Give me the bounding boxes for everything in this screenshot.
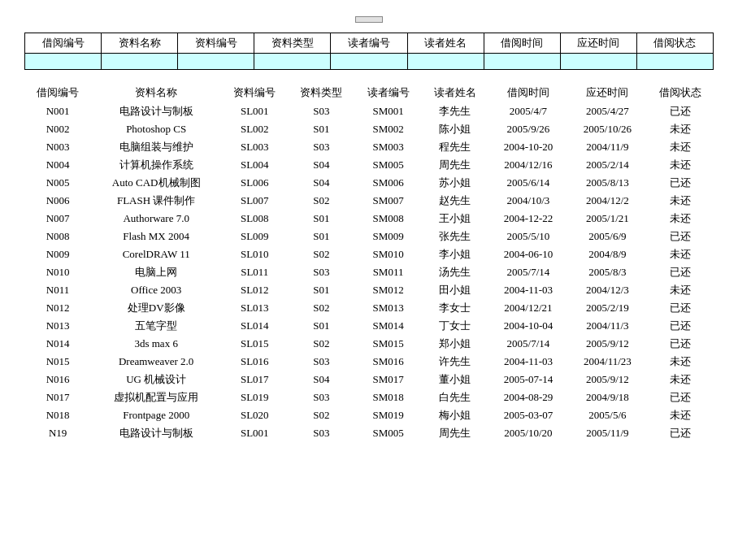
table-row: N013五笔字型SL014S01SM014丁女士2004-10-042004/1… <box>24 317 714 335</box>
cell-3-2: SL004 <box>221 156 288 174</box>
cell-17-2: SL020 <box>221 406 288 424</box>
cell-9-0: N010 <box>24 263 91 281</box>
header-col-1: 资料名称 <box>102 33 178 54</box>
cell-12-3: S01 <box>288 317 354 335</box>
data-col-header-1: 资料名称 <box>91 83 221 102</box>
cell-14-3: S03 <box>288 353 354 371</box>
cell-14-0: N015 <box>24 353 91 371</box>
cell-2-2: SL003 <box>221 138 288 156</box>
cell-7-3: S01 <box>288 228 354 245</box>
cell-7-6: 2005/5/10 <box>488 228 568 245</box>
cell-0-7: 2005/4/27 <box>568 102 647 120</box>
cell-12-0: N013 <box>24 317 91 335</box>
cell-14-8: 未还 <box>647 353 714 371</box>
cell-3-5: 周先生 <box>422 156 488 174</box>
cell-1-3: S01 <box>288 120 354 138</box>
cell-4-0: N005 <box>24 174 91 192</box>
cell-6-6: 2004-12-22 <box>488 210 568 228</box>
cell-4-3: S04 <box>288 174 354 192</box>
filter-cell-6[interactable] <box>484 54 560 70</box>
header-col-5: 读者姓名 <box>407 33 484 54</box>
cell-9-7: 2005/8/3 <box>568 263 647 281</box>
table-row: N001电路设计与制板SL001S03SM001李先生2005/4/72005/… <box>24 102 714 120</box>
table-row: N006FLASH 课件制作SL007S02SM007赵先生2004/10/32… <box>24 192 714 210</box>
cell-15-5: 董小姐 <box>422 371 488 389</box>
cell-16-8: 已还 <box>647 389 714 406</box>
table-row: N003电脑组装与维护SL003S03SM003程先生2004-10-20200… <box>24 138 714 156</box>
cell-1-7: 2005/10/26 <box>568 120 647 138</box>
cell-17-4: SM019 <box>354 406 421 424</box>
cell-15-7: 2005/9/12 <box>568 371 647 389</box>
cell-10-6: 2004-11-03 <box>488 281 568 299</box>
cell-6-1: Authorware 7.0 <box>91 210 221 228</box>
filter-cell-4[interactable] <box>331 54 407 70</box>
cell-12-7: 2004/11/3 <box>568 317 647 335</box>
cell-3-7: 2005/2/14 <box>568 156 647 174</box>
table-row: N002Photoshop CSSL002S01SM002陈小姐2005/9/2… <box>24 120 714 138</box>
cell-0-5: 李先生 <box>422 102 488 120</box>
cell-5-7: 2004/12/2 <box>568 192 647 210</box>
cell-3-3: S04 <box>288 156 354 174</box>
cell-5-1: FLASH 课件制作 <box>91 192 221 210</box>
cell-4-4: SM006 <box>354 174 421 192</box>
cell-8-1: CorelDRAW 11 <box>91 245 221 263</box>
filter-cell-2[interactable] <box>178 54 254 70</box>
cell-13-7: 2005/9/12 <box>568 335 647 353</box>
cell-11-1: 处理DV影像 <box>91 299 221 317</box>
cell-12-2: SL014 <box>221 317 288 335</box>
calc-btn-row <box>24 16 714 23</box>
cell-13-3: S02 <box>288 335 354 353</box>
cell-6-3: S01 <box>288 210 354 228</box>
filter-cell-7[interactable] <box>560 54 636 70</box>
cell-3-8: 未还 <box>647 156 714 174</box>
cell-14-1: Dreamweaver 2.0 <box>91 353 221 371</box>
cell-0-8: 已还 <box>647 102 714 120</box>
cell-14-4: SM016 <box>354 353 421 371</box>
cell-11-6: 2004/12/21 <box>488 299 568 317</box>
cell-11-8: 已还 <box>647 299 714 317</box>
calc-btn[interactable] <box>355 16 383 23</box>
data-col-header-5: 读者姓名 <box>422 83 488 102</box>
cell-18-8: 已还 <box>647 424 714 442</box>
cell-2-4: SM003 <box>354 138 421 156</box>
cell-1-0: N002 <box>24 120 91 138</box>
cell-18-2: SL001 <box>221 424 288 442</box>
filter-cell-1[interactable] <box>102 54 178 70</box>
cell-16-1: 虚拟机配置与应用 <box>91 389 221 406</box>
cell-5-2: SL007 <box>221 192 288 210</box>
cell-10-1: Office 2003 <box>91 281 221 299</box>
cell-16-7: 2004/9/18 <box>568 389 647 406</box>
cell-3-0: N004 <box>24 156 91 174</box>
filter-cell-8[interactable] <box>636 54 713 70</box>
cell-18-0: N19 <box>24 424 91 442</box>
cell-9-2: SL011 <box>221 263 288 281</box>
filter-row <box>25 54 714 70</box>
table-row: N012处理DV影像SL013S02SM013李女士2004/12/212005… <box>24 299 714 317</box>
cell-4-5: 苏小姐 <box>422 174 488 192</box>
cell-13-6: 2005/7/14 <box>488 335 568 353</box>
table-row: N011Office 2003SL012S01SM012田小姐2004-11-0… <box>24 281 714 299</box>
cell-10-7: 2004/12/3 <box>568 281 647 299</box>
header-col-8: 借阅状态 <box>636 33 713 54</box>
cell-14-7: 2004/11/23 <box>568 353 647 371</box>
cell-10-3: S01 <box>288 281 354 299</box>
filter-cell-5[interactable] <box>407 54 484 70</box>
cell-10-2: SL012 <box>221 281 288 299</box>
cell-13-1: 3ds max 6 <box>91 335 221 353</box>
data-col-header-7: 应还时间 <box>568 83 647 102</box>
table-row: N005Auto CAD机械制图SL006S04SM006苏小姐2005/6/1… <box>24 174 714 192</box>
cell-1-6: 2005/9/26 <box>488 120 568 138</box>
cell-5-3: S02 <box>288 192 354 210</box>
filter-cell-3[interactable] <box>254 54 331 70</box>
cell-9-5: 汤先生 <box>422 263 488 281</box>
cell-12-4: SM014 <box>354 317 421 335</box>
cell-15-1: UG 机械设计 <box>91 371 221 389</box>
cell-9-4: SM011 <box>354 263 421 281</box>
cell-10-5: 田小姐 <box>422 281 488 299</box>
cell-16-2: SL019 <box>221 389 288 406</box>
filter-cell-0[interactable] <box>25 54 102 70</box>
cell-3-1: 计算机操作系统 <box>91 156 221 174</box>
table-row: N008Flash MX 2004SL009S01SM009张先生2005/5/… <box>24 228 714 245</box>
cell-7-5: 张先生 <box>422 228 488 245</box>
cell-4-7: 2005/8/13 <box>568 174 647 192</box>
